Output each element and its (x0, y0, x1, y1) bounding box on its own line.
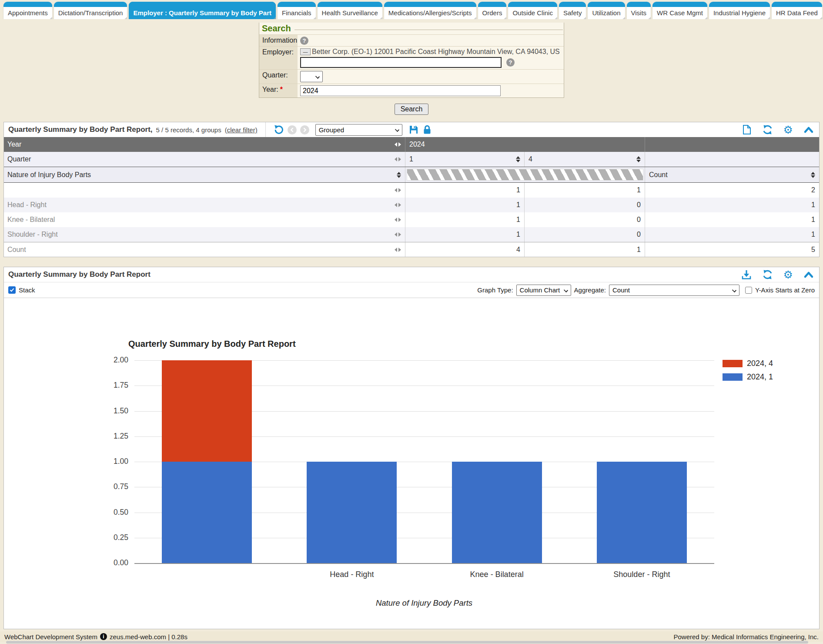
gear-icon[interactable]: ⚙ (783, 269, 793, 280)
new-document-icon[interactable] (742, 124, 752, 135)
bar-segment[interactable] (597, 462, 687, 563)
resize-columns-icon[interactable] (395, 248, 401, 252)
y-axis-tick: 0.75 (98, 482, 128, 491)
employer-input[interactable] (300, 57, 502, 68)
aggregate-select[interactable]: Count (609, 285, 739, 296)
tab-cap (652, 2, 707, 7)
x-axis-label: Nature of Injury Body Parts (376, 598, 472, 608)
search-button[interactable]: Search (395, 104, 429, 115)
horizontal-scrollbar[interactable] (6, 641, 808, 644)
tab-outside-clinic[interactable]: Outside Clinic (508, 2, 557, 19)
tab-cap (384, 2, 476, 7)
resize-columns-icon[interactable] (395, 232, 401, 237)
y-axis-zero-checkbox[interactable] (745, 287, 752, 294)
tab-fold (473, 17, 476, 19)
x-axis-tick: Knee - Bilateral (470, 570, 524, 579)
tab-safety[interactable]: Safety (559, 2, 586, 19)
tab-cap (3, 2, 52, 7)
gear-icon[interactable]: ⚙ (783, 124, 793, 135)
tab-appointments[interactable]: Appointments (3, 2, 52, 19)
cell-value: 0 (524, 227, 645, 242)
y-axis-tick: 1.25 (98, 432, 128, 441)
tab-fold (554, 17, 557, 19)
tab-label: Medications/Allergies/Scripts (384, 7, 476, 19)
tab-dictation-transcription[interactable]: Dictation/Transcription (54, 2, 127, 19)
save-icon[interactable] (408, 124, 419, 135)
tab-fold (379, 17, 382, 19)
tab-wr-case-mgmt[interactable]: WR Case Mgmt (652, 2, 707, 19)
tab-cap (318, 2, 382, 7)
cell-value: 2 (645, 183, 819, 198)
collapse-panel-icon[interactable] (803, 271, 814, 278)
legend-swatch (723, 373, 743, 381)
tab-label: Safety (559, 7, 586, 19)
count-column-header: Count (649, 171, 668, 179)
report-table-panel: Quarterly Summary by Body Part Report, 5… (3, 122, 820, 257)
tab-industrial-hygiene[interactable]: Industrial Hygiene (709, 2, 770, 19)
graph-type-label: Graph Type: (477, 286, 513, 294)
clear-filter-link[interactable]: (clear filter) (225, 126, 258, 134)
collapse-panel-icon[interactable] (803, 126, 814, 134)
sort-icon[interactable] (516, 156, 520, 162)
resize-columns-icon[interactable] (395, 218, 401, 222)
refresh-icon[interactable] (762, 124, 773, 135)
tab-cap (278, 2, 316, 7)
sort-icon[interactable] (811, 172, 815, 178)
employer-help-icon[interactable]: ? (506, 58, 515, 67)
sort-icon[interactable] (397, 172, 401, 178)
stack-checkbox[interactable] (8, 286, 16, 294)
undo-icon[interactable] (274, 124, 284, 135)
table-row: Count415 (4, 242, 819, 257)
hatched-placeholder (407, 169, 643, 181)
sort-icon[interactable] (636, 156, 641, 162)
y-axis-zero-label: Y-Axis Starts at Zero (755, 286, 815, 294)
legend-label: 2024, 4 (747, 359, 773, 368)
x-axis-tick: Head - Right (330, 570, 374, 579)
tab-fold (49, 17, 52, 19)
tab-financials[interactable]: Financials (278, 2, 316, 19)
search-row-information: Information ? (259, 34, 564, 46)
tab-orders[interactable]: Orders (478, 2, 507, 19)
cell-value: 1 (405, 183, 524, 198)
bar-segment[interactable] (307, 462, 397, 563)
cell-value: 5 (645, 242, 819, 257)
info-icon[interactable]: i (100, 633, 107, 640)
cell-value: 1 (524, 242, 645, 257)
tab-fold (273, 17, 276, 19)
group-mode-select[interactable]: Grouped (315, 124, 402, 136)
resize-columns-icon[interactable] (395, 142, 401, 147)
tab-cap (772, 2, 822, 7)
resize-columns-icon[interactable] (395, 188, 401, 192)
download-icon[interactable] (741, 269, 752, 280)
row-label: Shoulder - Right (7, 231, 58, 238)
tab-utilization[interactable]: Utilization (588, 2, 625, 19)
refresh-icon[interactable] (762, 269, 773, 280)
tab-employer-quarterly-summary-by-body-part[interactable]: Employer : Quarterly Summary by Body Par… (129, 2, 276, 19)
next-page-icon[interactable] (300, 125, 309, 134)
tab-hr-data-feed[interactable]: HR Data Feed (772, 2, 822, 19)
resize-columns-icon[interactable] (395, 157, 401, 161)
status-bar: WebChart Development System i zeus.med-w… (0, 631, 823, 642)
previous-page-icon[interactable] (288, 125, 297, 134)
tab-fold (313, 17, 316, 19)
tab-health-surveillance[interactable]: Health Surveillance (318, 2, 382, 19)
help-icon[interactable]: ? (300, 37, 308, 45)
bar-segment[interactable] (162, 360, 252, 462)
tab-cap (588, 2, 625, 7)
cell-value: 1 (645, 198, 819, 212)
tab-visits[interactable]: Visits (627, 2, 651, 19)
resize-columns-icon[interactable] (395, 203, 401, 207)
y-axis-tick: 1.00 (98, 457, 128, 466)
bar-segment[interactable] (452, 462, 542, 563)
quarter-select[interactable] (300, 71, 323, 82)
cell-value: 1 (524, 183, 645, 198)
tab-medications-allergies-scripts[interactable]: Medications/Allergies/Scripts (384, 2, 476, 19)
stack-label: Stack (19, 286, 35, 294)
graph-type-select[interactable]: Column Chart (516, 285, 571, 296)
year-input[interactable] (300, 85, 501, 96)
cell-value: 1 (645, 227, 819, 242)
tab-cap (709, 2, 770, 7)
lock-icon[interactable] (422, 124, 432, 135)
bar-segment[interactable] (162, 462, 252, 563)
collapse-employer-button[interactable]: — (300, 48, 311, 55)
